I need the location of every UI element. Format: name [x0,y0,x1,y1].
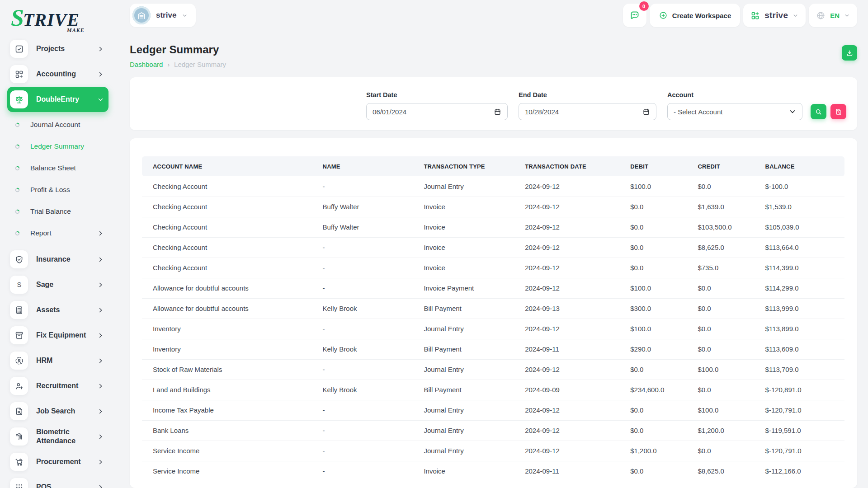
hrm-icon [10,352,28,370]
clear-filter-button[interactable] [830,104,846,119]
table-cell: 2024-09-12 [521,400,627,420]
job-search-icon [10,402,28,420]
brand-logo-text: S TRIVE [11,6,80,30]
chevron-right-icon [97,46,104,52]
table-cell: 2024-09-12 [521,258,627,278]
sidebar-subitem-journal-account[interactable]: Journal Account [7,114,108,136]
filter-panel: Start Date 06/01/2024 End Date 10/28/202… [130,77,857,130]
table-cell: Journal Entry [420,441,521,461]
create-workspace-button[interactable]: Create Workspace [650,4,741,27]
breadcrumb-dashboard-link[interactable]: Dashboard [130,61,163,68]
table-cell: 2024-09-12 [521,237,627,258]
column-header-credit: CREDIT [694,156,761,176]
table-cell: Inventory [142,319,319,339]
language-code: EN [830,12,840,19]
table-cell: - [319,319,420,339]
language-selector[interactable]: EN [809,4,857,27]
app-menu-button[interactable]: strive [743,4,806,27]
table-header: ACCOUNT NAMENAMETRANSACTION TYPETRANSACT… [142,156,844,176]
topbar: strive 0 Create Workspace [130,0,857,31]
sidebar-subitem-balance-sheet[interactable]: Balance Sheet [7,157,108,179]
column-header-transaction-date: TRANSACTION DATE [521,156,627,176]
bullet-icon [14,230,20,236]
account-select[interactable]: - Select Account [667,103,802,120]
bullet-icon [14,122,20,128]
sidebar-item-pos[interactable]: POS [7,474,108,488]
table-cell: $0.0 [627,197,694,217]
brand-logo[interactable]: S TRIVE MAKE [0,6,118,34]
account-label: Account [667,91,802,99]
chevron-right-icon [97,71,104,78]
chevron-down-icon [789,108,796,115]
start-date-value: 06/01/2024 [373,108,406,116]
download-button[interactable] [842,45,857,61]
table-cell: Bank Loans [142,420,319,441]
sidebar-subitem-profit-loss[interactable]: Profit & Loss [7,179,108,201]
table-row: Land and BuildingsKelly BrookBill Paymen… [142,380,844,400]
sidebar-subitem-label: Ledger Summary [30,142,84,150]
table-body: Checking Account-Journal Entry2024-09-12… [142,176,844,481]
table-cell: Checking Account [142,197,319,217]
sidebar-item-recruitment[interactable]: Recruitment [7,373,108,399]
sidebar-item-sage[interactable]: SSage [7,272,108,297]
topbar-actions: 0 Create Workspace strive [623,4,857,27]
table-cell: $100.0 [694,400,761,420]
bullet-icon [14,165,20,171]
bullet-icon [14,144,20,150]
svg-text:S: S [17,281,21,288]
table-row: InventoryKelly BrookBill Payment2024-09-… [142,339,844,359]
table-cell: $0.0 [694,278,761,298]
table-cell: Invoice [420,197,521,217]
table-cell: $-100.0 [762,176,844,197]
end-date-field: End Date 10/28/2024 [519,91,656,120]
chevron-right-icon [97,332,104,339]
sidebar-item-procurement[interactable]: Procurement [7,449,108,474]
chevron-down-icon [97,96,104,103]
chevron-right-icon [97,307,104,314]
apply-filter-button[interactable] [811,104,826,119]
table-cell: - [319,359,420,380]
table-cell: $735.0 [694,258,761,278]
chevron-right-icon [97,459,104,465]
sidebar-item-fix-equipment[interactable]: Fix Equipment [7,323,108,348]
table-cell: - [319,258,420,278]
table-row: Checking Account-Invoice2024-09-12$0.0$7… [142,258,844,278]
table-cell: $113,609.0 [762,339,844,359]
calendar-icon[interactable] [494,108,501,116]
table-cell: $-119,591.0 [762,420,844,441]
sidebar-subitem-ledger-summary[interactable]: Ledger Summary [7,136,108,157]
sidebar-item-hrm[interactable]: HRM [7,348,108,373]
table-cell: Inventory [142,339,319,359]
table-cell: $0.0 [627,359,694,380]
sidebar-item-insurance[interactable]: Insurance [7,247,108,272]
chevron-right-icon [97,357,104,364]
sidebar-item-accounting[interactable]: Accounting [7,61,108,87]
column-header-account-name: ACCOUNT NAME [142,156,319,176]
start-date-input[interactable]: 06/01/2024 [366,103,508,120]
workspace-selector[interactable]: strive [130,4,196,27]
table-cell: Kelly Brook [319,339,420,359]
end-date-input[interactable]: 10/28/2024 [519,103,656,120]
sidebar-item-projects[interactable]: Projects [7,36,108,61]
sidebar-subitem-trial-balance[interactable]: Trial Balance [7,201,108,222]
table-cell: Kelly Brook [319,380,420,400]
table-cell: $100.0 [694,359,761,380]
messages-button[interactable]: 0 [623,4,646,27]
sidebar-item-label: Sage [36,280,94,289]
app-menu-label: strive [764,10,788,20]
sidebar-item-biometric-attendance[interactable]: Biometric Attendance [7,424,108,449]
sidebar-item-job-search[interactable]: Job Search [7,399,108,424]
biometric-icon [10,427,28,446]
workspace-name: strive [156,11,176,20]
sidebar-subitem-report[interactable]: Report [7,222,108,244]
sidebar-item-label: Biometric Attendance [36,427,94,446]
table-cell: $8,625.0 [694,461,761,481]
sidebar-item-doubleentry[interactable]: DoubleEntry [7,87,108,112]
table-cell: 2024-09-13 [521,298,627,319]
table-cell: Journal Entry [420,176,521,197]
sidebar-item-assets[interactable]: Assets [7,297,108,323]
assets-icon [10,301,28,319]
table-cell: $1,200.0 [694,420,761,441]
sidebar-subitem-label: Report [30,229,52,237]
calendar-icon[interactable] [642,108,650,116]
